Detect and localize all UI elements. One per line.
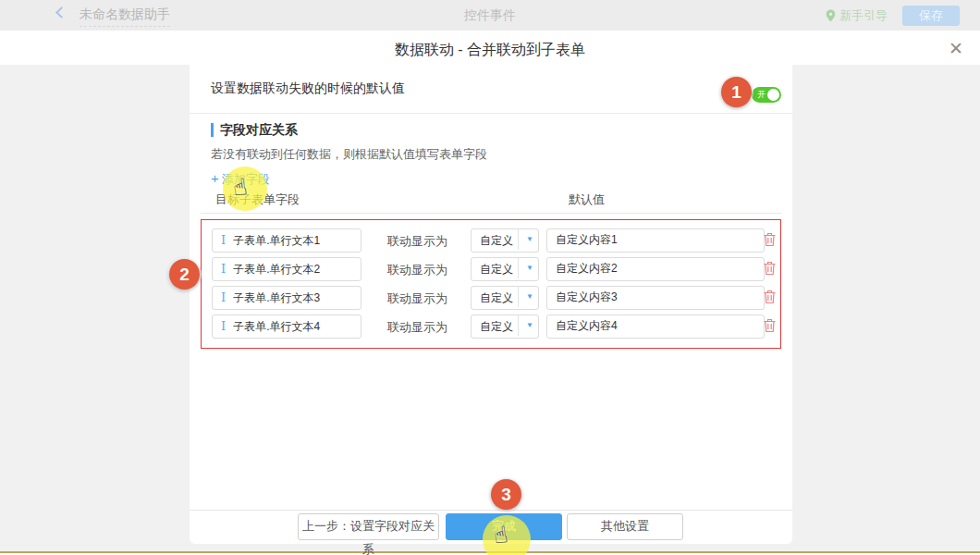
field-mapping-box: I 子表单.单行文本1 联动显示为 自定义 ▼ 自定义内容1 I 子表单.单行文… [201,219,781,349]
display-mode-select[interactable]: 自定义 ▼ [471,286,539,310]
chevron-down-icon: ▼ [526,321,533,329]
default-value-input[interactable]: 自定义内容1 [546,228,765,253]
divider [518,229,519,250]
top-bar: 未命名数据助手 控件事件 新手引导 保存 [0,0,980,31]
separator [190,113,792,114]
cursor-hand-icon: ☝ [492,523,509,548]
delete-row-icon[interactable] [763,232,777,247]
annotation-step-3: 3 [491,479,521,510]
selected-mode: 自定义 [480,290,513,306]
selected-mode: 自定义 [480,233,513,249]
separator [190,510,792,511]
target-field-value: 子表单.单行文本1 [233,233,320,249]
pin-icon [826,9,836,22]
annotation-step-1: 1 [721,77,752,107]
chevron-down-icon: ▼ [526,235,533,243]
divider [518,258,519,278]
delete-row-icon[interactable] [763,261,777,276]
target-field-value: 子表单.单行文本3 [233,290,320,306]
default-value-input[interactable]: 自定义内容4 [546,314,765,339]
default-setting-label: 设置数据联动失败的时候的默认值 [211,80,405,97]
close-icon[interactable]: ✕ [945,38,967,60]
target-field-input[interactable]: I 子表单.单行文本1 [212,228,361,253]
table-row: I 子表单.单行文本2 联动显示为 自定义 ▼ 自定义内容2 [212,257,776,279]
link-display-label: 联动显示为 [387,319,447,336]
chevron-down-icon: ▼ [526,292,533,301]
plus-icon: + [211,170,219,186]
table-row: I 子表单.单行文本4 联动显示为 自定义 ▼ 自定义内容4 [212,314,776,337]
text-field-icon: I [221,316,226,337]
selected-mode: 自定义 [480,262,513,278]
text-field-icon: I [221,259,226,279]
divider [518,315,519,336]
selected-mode: 自定义 [480,319,513,335]
table-row: I 子表单.单行文本3 联动显示为 自定义 ▼ 自定义内容3 [212,286,776,308]
section-description: 若没有联动到任何数据，则根据默认值填写表单字段 [211,146,487,163]
guide-link[interactable]: 新手引导 [826,7,888,24]
display-mode-select[interactable]: 自定义 ▼ [471,314,539,339]
text-field-icon: I [221,230,226,251]
target-field-input[interactable]: I 子表单.单行文本4 [212,314,361,339]
target-field-value: 子表单.单行文本4 [233,319,320,335]
link-display-label: 联动显示为 [387,290,447,307]
display-mode-select[interactable]: 自定义 ▼ [471,257,539,281]
chevron-down-icon: ▼ [526,264,533,272]
toggle-on-label: 开 [757,90,766,100]
target-field-value: 子表单.单行文本2 [233,262,320,278]
modal-title: 数据联动 - 合并联动到子表单 [0,41,980,60]
divider [518,287,519,307]
target-field-input[interactable]: I 子表单.单行文本2 [212,257,361,281]
display-mode-select[interactable]: 自定义 ▼ [471,228,539,253]
table-row: I 子表单.单行文本1 联动显示为 自定义 ▼ 自定义内容1 [212,228,776,251]
default-value-input[interactable]: 自定义内容3 [546,286,765,310]
settings-panel: 设置数据联动失败的时候的默认值 开 字段对应关系 若没有联动到任何数据，则根据默… [190,65,792,544]
delete-row-icon[interactable] [763,290,777,304]
section-title: 字段对应关系 [211,123,298,137]
previous-step-button[interactable]: 上一步：设置字段对应关系 [298,513,439,540]
link-display-label: 联动显示为 [387,262,447,278]
target-field-input[interactable]: I 子表单.单行文本3 [212,286,361,310]
default-setting-toggle[interactable]: 开 [752,87,781,103]
save-button[interactable]: 保存 [902,6,960,26]
toggle-knob [767,89,779,101]
text-field-icon: I [221,288,226,308]
separator [201,213,781,214]
other-settings-button[interactable]: 其他设置 [567,513,683,540]
link-display-label: 联动显示为 [387,233,447,250]
default-value-input[interactable]: 自定义内容2 [546,257,765,281]
cursor-hand-icon: ☝ [231,175,249,200]
annotation-step-2: 2 [169,259,200,290]
guide-label: 新手引导 [839,7,888,24]
delete-row-icon[interactable] [763,318,777,333]
column-header-default: 默认值 [569,191,605,208]
